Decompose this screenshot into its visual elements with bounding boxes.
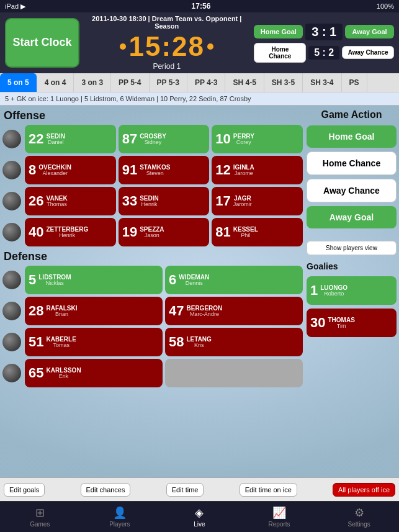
tab-5on5[interactable]: 5 on 5 — [0, 73, 37, 92]
timer-dot-right — [207, 43, 213, 50]
tab-pp43[interactable]: PP 4-3 — [187, 73, 225, 92]
header-center: 2011-10-30 18:30 | Dream Team vs. Oppone… — [83, 15, 250, 71]
defense-row-2: 28 RAFALSKI Brian 47 BERGERON Marc-Andre — [2, 297, 303, 325]
all-players-off-button[interactable]: All players off ice — [333, 483, 395, 497]
player-circle-d4 — [2, 364, 21, 382]
player-empty-slot[interactable] — [165, 359, 303, 387]
goalies-title: Goalies — [307, 261, 397, 271]
battery-text: 100% — [377, 2, 394, 10]
chance-row: Home Chance 5 : 2 Away Chance — [254, 43, 394, 63]
tab-pp54[interactable]: PP 5-4 — [111, 73, 149, 92]
live-icon: ◈ — [195, 506, 204, 520]
player-spezza[interactable]: 19 SPEZZA Jason — [119, 218, 210, 246]
player-ovechkin[interactable]: 8 OVECHKIN Alexander — [25, 156, 116, 184]
games-icon: ⊞ — [35, 506, 45, 520]
status-right: 100% — [377, 2, 394, 10]
status-carrier: iPad ▶ — [5, 2, 25, 11]
nav-settings[interactable]: ⚙ Settings — [319, 502, 399, 532]
player-kaberle[interactable]: 51 KABERLE Tomas — [25, 328, 163, 356]
players-icon: 👤 — [113, 506, 127, 520]
player-crosby[interactable]: 87 CROSBY Sidney — [119, 125, 210, 153]
nav-reports-label: Reports — [269, 521, 290, 528]
player-rafalski[interactable]: 28 RAFALSKI Brian — [25, 297, 163, 325]
player-kessel[interactable]: 81 KESSEL Phil — [212, 218, 303, 246]
edit-goals-button[interactable]: Edit goals — [4, 483, 45, 497]
tab-3on3[interactable]: 3 on 3 — [74, 73, 111, 92]
goalie-thomas[interactable]: 30 THOMAS Tim — [307, 309, 397, 337]
player-sedin-henrik[interactable]: 33 SEDIN Henrik — [119, 187, 210, 215]
game-title: 2011-10-30 18:30 | Dream Team vs. Oppone… — [83, 15, 250, 30]
player-circle-2 — [2, 161, 21, 179]
bottom-bar: Edit goals Edit chances Edit time Edit t… — [0, 477, 399, 501]
player-letang[interactable]: 58 LETANG Kris — [165, 328, 303, 356]
game-action-home-chance[interactable]: Home Chance — [307, 151, 397, 175]
player-circle-d2 — [2, 302, 21, 320]
right-panel: Game Action Home Goal Home Chance Away C… — [307, 107, 397, 476]
score-display: 3 : 1 — [305, 24, 343, 40]
tab-sh45[interactable]: SH 4-5 — [225, 73, 264, 92]
reports-icon: 📈 — [272, 506, 286, 520]
edit-time-button[interactable]: Edit time — [166, 483, 204, 497]
status-left: iPad ▶ — [5, 2, 25, 11]
defense-title: Defense — [4, 250, 302, 263]
defense-row-1: 5 LIDSTROM Nicklas 6 WIDEMAN Dennis — [2, 266, 303, 294]
game-action-home-goal[interactable]: Home Goal — [307, 125, 397, 148]
period-text: Period 1 — [153, 62, 181, 71]
status-bar: iPad ▶ 17:56 100% — [0, 0, 399, 12]
nav-games-label: Games — [30, 521, 50, 528]
away-chance-button[interactable]: Away Chance — [342, 46, 394, 59]
nav-games[interactable]: ⊞ Games — [0, 502, 80, 532]
content-inner: Offense 22 SEDIN Daniel 87 CROSB — [0, 106, 399, 477]
offense-title: Offense — [4, 109, 302, 122]
nav-live-label: Live — [194, 521, 205, 528]
nav-reports[interactable]: 📈 Reports — [240, 502, 320, 532]
tab-sh34[interactable]: SH 3-4 — [303, 73, 341, 92]
player-lidstrom[interactable]: 5 LIDSTROM Nicklas — [25, 266, 163, 294]
game-action-title: Game Action — [307, 109, 397, 120]
nav-bar: ⊞ Games 👤 Players ◈ Live 📈 Reports ⚙ Set… — [0, 501, 399, 532]
player-wideman[interactable]: 6 WIDEMAN Dennis — [165, 266, 303, 294]
show-players-button[interactable]: Show players view — [307, 241, 397, 255]
player-circle-d1 — [2, 271, 21, 289]
offense-row-3: 26 VANEK Thomas 33 SEDIN Henrik — [2, 187, 303, 215]
offense-row-1: 22 SEDIN Daniel 87 CROSBY Sidney — [2, 125, 303, 153]
on-ice-banner: 5 + GK on ice: 1 Luongo | 5 Lidstrom, 6 … — [0, 92, 399, 106]
nav-players[interactable]: 👤 Players — [80, 502, 160, 532]
edit-chances-button[interactable]: Edit chances — [81, 483, 131, 497]
player-zetterberg[interactable]: 40 ZETTERBERG Henrik — [25, 218, 116, 246]
tab-sh35[interactable]: SH 3-5 — [264, 73, 303, 92]
score-row: Home Goal 3 : 1 Away Goal — [254, 24, 394, 40]
player-karlsson[interactable]: 65 KARLSSON Erik — [25, 359, 163, 387]
player-iginla[interactable]: 12 IGINLA Jarome — [212, 156, 303, 184]
defense-row-4: 65 KARLSSON Erik — [2, 359, 303, 387]
timer-dot-left — [120, 43, 126, 50]
player-circle-d3 — [2, 333, 21, 351]
game-action-away-goal[interactable]: Away Goal — [307, 206, 397, 228]
player-jagr[interactable]: 17 JAGR Jaromir — [212, 187, 303, 215]
edit-time-on-ice-button[interactable]: Edit time on ice — [240, 483, 297, 497]
player-circle-3 — [2, 192, 21, 210]
nav-settings-label: Settings — [348, 521, 370, 528]
goalie-luongo[interactable]: 1 LUONGO Roberto — [307, 276, 397, 305]
tab-4on4[interactable]: 4 on 4 — [37, 73, 74, 92]
tab-ps[interactable]: PS — [342, 73, 367, 92]
tabs-container: 5 on 5 4 on 4 3 on 3 PP 5-4 PP 5-3 PP 4-… — [0, 73, 399, 92]
game-action-away-chance[interactable]: Away Chance — [307, 179, 397, 202]
start-clock-button[interactable]: Start Clock — [5, 18, 79, 68]
settings-icon: ⚙ — [354, 506, 364, 520]
left-panel: Offense 22 SEDIN Daniel 87 CROSB — [2, 107, 303, 476]
player-bergeron[interactable]: 47 BERGERON Marc-Andre — [165, 297, 303, 325]
away-goal-button[interactable]: Away Goal — [345, 25, 394, 38]
nav-live[interactable]: ◈ Live — [159, 502, 240, 532]
player-perry[interactable]: 10 PERRY Corey — [212, 125, 303, 153]
player-vanek[interactable]: 26 VANEK Thomas — [25, 187, 116, 215]
status-time: 17:56 — [192, 2, 211, 11]
player-stamkos[interactable]: 91 STAMKOS Steven — [119, 156, 210, 184]
header: Start Clock 2011-10-30 18:30 | Dream Tea… — [0, 12, 399, 73]
player-sedin-daniel[interactable]: 22 SEDIN Daniel — [25, 125, 116, 153]
timer-row: 15:28 — [120, 31, 213, 62]
offense-row-4: 40 ZETTERBERG Henrik 19 SPEZZA Jason — [2, 218, 303, 246]
tab-pp53[interactable]: PP 5-3 — [150, 73, 187, 92]
home-chance-button[interactable]: Home Chance — [254, 43, 306, 63]
home-goal-button[interactable]: Home Goal — [254, 25, 303, 38]
